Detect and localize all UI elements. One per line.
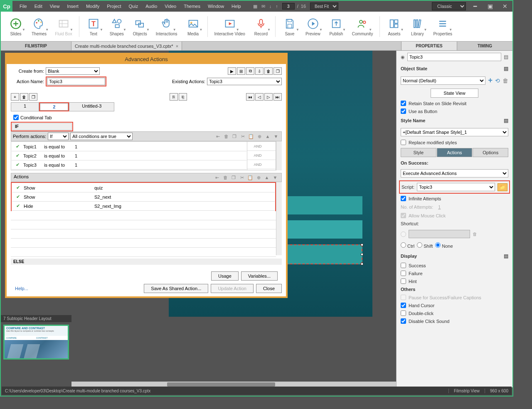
reset-state-icon[interactable]: ⟲ bbox=[495, 77, 500, 84]
menu-video[interactable]: Video bbox=[161, 2, 180, 10]
toolbar-slides-button[interactable]: ▼Slides bbox=[4, 15, 27, 38]
layout-icon[interactable]: ▦ bbox=[253, 4, 257, 9]
condition-value[interactable]: 1 bbox=[75, 153, 246, 158]
cut-icon[interactable]: ✂ bbox=[238, 174, 246, 181]
logic-and[interactable]: AND bbox=[247, 144, 268, 148]
failure-checkbox[interactable]: Failure bbox=[397, 269, 512, 277]
panel-menu-icon[interactable]: ▤ bbox=[504, 66, 508, 71]
toolbar-media-button[interactable]: ▼Media bbox=[182, 15, 205, 38]
folder-icon[interactable]: 📁 bbox=[498, 183, 507, 191]
trash-icon[interactable]: 🗑 bbox=[222, 174, 229, 181]
add-icon[interactable]: ⊞ bbox=[237, 67, 245, 75]
toolbar-publish-button[interactable]: ▼Publish bbox=[325, 15, 348, 38]
state-view-button[interactable]: State View bbox=[431, 89, 478, 98]
prev-icon[interactable]: ◁ bbox=[255, 93, 264, 101]
condition-operator[interactable]: is equal to bbox=[44, 153, 75, 158]
trash-icon[interactable]: 🗑 bbox=[222, 133, 230, 140]
last-icon[interactable]: ⏭ bbox=[273, 93, 282, 101]
action-row-empty[interactable] bbox=[11, 229, 276, 239]
action-command[interactable]: Show bbox=[24, 195, 94, 200]
hand-cursor-checkbox[interactable]: Hand Cursor bbox=[397, 301, 512, 309]
condition-value[interactable]: 1 bbox=[75, 144, 246, 149]
menu-insert[interactable]: Insert bbox=[63, 2, 82, 10]
disable-sound-checkbox[interactable]: Disable Click Sound bbox=[397, 317, 512, 325]
action-target[interactable]: quiz bbox=[94, 185, 275, 190]
toolbar-preview-button[interactable]: ▼Preview bbox=[301, 15, 325, 38]
panel-menu-icon[interactable]: ▤ bbox=[504, 253, 508, 259]
toolbar-properties-button[interactable]: ▼Properties bbox=[429, 15, 456, 38]
double-click-checkbox[interactable]: Double-click bbox=[397, 309, 512, 317]
retain-state-checkbox[interactable]: Retain State on Slide Revisit bbox=[397, 99, 512, 107]
action-command[interactable]: Show bbox=[24, 185, 94, 190]
toolbar-text-button[interactable]: T▼Text bbox=[82, 15, 105, 38]
shift-radio[interactable]: Shift bbox=[417, 242, 433, 249]
action-row-empty[interactable] bbox=[11, 220, 276, 229]
copy-icon[interactable]: ❐ bbox=[230, 174, 237, 181]
ctrl-radio[interactable]: Ctrl bbox=[401, 242, 414, 249]
menu-project[interactable]: Project bbox=[103, 2, 125, 10]
selection-handle[interactable] bbox=[361, 253, 363, 256]
mail-icon[interactable]: ✉ bbox=[261, 4, 265, 9]
menu-modify[interactable]: Modify bbox=[82, 2, 103, 10]
action-name-input[interactable] bbox=[47, 78, 105, 85]
perform-select[interactable]: If bbox=[48, 133, 69, 140]
delete-shortcut-icon[interactable]: 🗑 bbox=[473, 232, 477, 237]
decision-tab-2[interactable]: 2 bbox=[40, 103, 68, 111]
document-tab-close-icon[interactable]: × bbox=[176, 44, 178, 49]
logic-and[interactable]: AND bbox=[247, 153, 268, 158]
minimize-icon[interactable]: ━ bbox=[469, 2, 481, 10]
add-state-icon[interactable]: + bbox=[488, 76, 493, 85]
down-arrow-icon[interactable]: ↓ bbox=[269, 4, 272, 9]
duplicate-icon[interactable]: ⧉ bbox=[246, 67, 254, 75]
menu-help[interactable]: Help bbox=[228, 2, 245, 10]
none-radio[interactable]: None bbox=[435, 242, 453, 249]
menu-quiz[interactable]: Quiz bbox=[125, 2, 142, 10]
timing-panel-tab[interactable]: TIMING bbox=[457, 42, 512, 50]
condition-row[interactable]: ✔Topic2is equal to1 bbox=[12, 151, 246, 160]
conditional-tab-checkbox[interactable]: Conditional Tab bbox=[11, 113, 282, 122]
up-icon[interactable]: ▲ bbox=[264, 133, 271, 140]
panel-menu-icon[interactable]: ▤ bbox=[504, 54, 508, 60]
action-command[interactable]: Hide bbox=[24, 204, 94, 209]
toolbar-record-button[interactable]: ▼Record bbox=[249, 15, 273, 38]
panel-menu-icon[interactable]: ▤ bbox=[504, 118, 508, 123]
condition-variable[interactable]: Topic1 bbox=[23, 144, 44, 149]
delete-state-icon[interactable]: 🗑 bbox=[502, 77, 508, 84]
conditions-scrollbar[interactable] bbox=[276, 141, 282, 170]
down-icon[interactable]: ▼ bbox=[272, 133, 280, 140]
add-tab-icon[interactable]: + bbox=[11, 93, 19, 101]
actions-tab[interactable]: Actions bbox=[437, 148, 473, 157]
close-icon[interactable]: ✕ bbox=[499, 2, 511, 10]
options-tab[interactable]: Options bbox=[473, 148, 508, 157]
style-tab[interactable]: Style bbox=[401, 148, 436, 157]
success-checkbox[interactable]: Success bbox=[397, 261, 512, 269]
toolbar-themes-button[interactable]: ▼Themes bbox=[27, 15, 51, 38]
preview-icon[interactable]: ▶ bbox=[228, 67, 236, 75]
condition-variable[interactable]: Topic2 bbox=[23, 153, 44, 158]
delete-icon[interactable]: 🗑 bbox=[264, 67, 273, 75]
selection-handle[interactable] bbox=[361, 263, 363, 265]
toolbar-community-button[interactable]: ▼Community bbox=[348, 15, 377, 38]
action-row-empty[interactable] bbox=[11, 211, 276, 220]
toolbar-library-button[interactable]: ▼Library bbox=[406, 15, 429, 38]
delete-tab-icon[interactable]: 🗑 bbox=[20, 93, 28, 101]
paste-icon[interactable]: 📋 bbox=[247, 133, 255, 140]
action-row-empty[interactable] bbox=[11, 248, 276, 257]
menu-themes[interactable]: Themes bbox=[180, 2, 204, 10]
variables-button[interactable]: Variables... bbox=[241, 271, 278, 281]
replace-styles-checkbox[interactable]: Replace modified styles bbox=[397, 138, 512, 146]
import-icon[interactable]: ⇩ bbox=[255, 67, 264, 75]
menu-file[interactable]: File bbox=[16, 2, 31, 10]
save-shared-button[interactable]: Save As Shared Action... bbox=[144, 284, 208, 293]
properties-panel-tab[interactable]: PROPERTIES bbox=[401, 42, 457, 50]
toolbar-assets-button[interactable]: ▼Assets bbox=[382, 15, 406, 38]
maximize-icon[interactable]: ▣ bbox=[484, 2, 496, 10]
action-row[interactable]: ✔Showquiz bbox=[12, 183, 275, 192]
usage-button[interactable]: Usage bbox=[211, 271, 239, 281]
zoom-select[interactable]: Best Fit bbox=[310, 2, 338, 10]
on-success-select[interactable]: Execute Advanced Actions bbox=[401, 169, 508, 177]
insert-icon[interactable]: ⊕ bbox=[256, 133, 263, 140]
condition-value[interactable]: 1 bbox=[75, 163, 246, 168]
toolbar-save-button[interactable]: ▼Save bbox=[278, 15, 301, 38]
infinite-attempts-checkbox[interactable]: Infinite Attempts bbox=[397, 195, 512, 202]
